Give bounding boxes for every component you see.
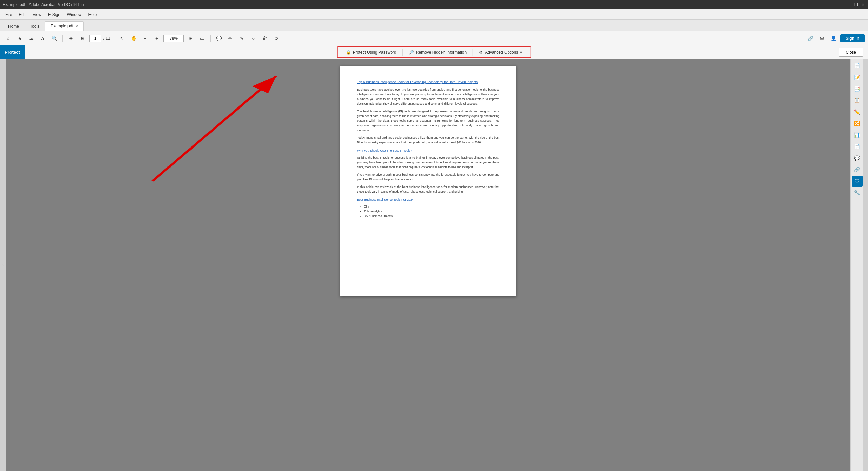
tab-example-pdf[interactable]: Example.pdf ✕ [45, 21, 84, 31]
right-sidebar: 📄 📝 📑 📋 ✏️ 🔀 📊 📄 💬 🔗 🛡 🔧 [850, 59, 863, 471]
advanced-options-button[interactable]: ⚙ Advanced Options ▾ [474, 48, 527, 56]
pen-button[interactable]: ✏ [225, 34, 235, 43]
sidebar-comment-icon[interactable]: 💬 [852, 153, 863, 163]
main-toolbar: ☆ ★ ☁ 🖨 🔍 ⊕ ⊕ 1 / 11 ↖ ✋ − + 78% ⊞ ▭ 💬 ✏… [0, 31, 868, 45]
menu-esign[interactable]: E-Sign [45, 11, 63, 18]
hidden-info-icon: 🔎 [409, 50, 414, 55]
print-button[interactable]: 🖨 [38, 34, 47, 43]
vertical-scrollbar[interactable] [863, 59, 868, 471]
menu-file[interactable]: File [3, 11, 15, 18]
menu-edit[interactable]: Edit [16, 11, 28, 18]
cursor-tool[interactable]: ↖ [117, 34, 127, 43]
title-bar: Example.pdf - Adobe Acrobat Pro DC (64-b… [0, 0, 868, 9]
fit-width-button[interactable]: ▭ [197, 34, 207, 43]
protect-close-button[interactable]: Close [839, 48, 863, 57]
tab-close-button[interactable]: ✕ [75, 24, 78, 28]
pdf-viewer[interactable]: Top 6 Business Intelligence Tools for Le… [6, 59, 850, 471]
list-item: Qlik [364, 204, 499, 209]
stamp-button[interactable]: ○ [249, 34, 258, 43]
prev-page-button[interactable]: ⊕ [66, 34, 76, 43]
next-page-button[interactable]: ⊕ [78, 34, 87, 43]
pdf-section2: Best Business Intelligence Tools For 202… [357, 197, 499, 202]
pdf-page: Top 6 Business Intelligence Tools for Le… [340, 66, 516, 296]
sidebar-export-pdf-icon[interactable]: 📄 [852, 60, 863, 71]
tab-active-label: Example.pdf [51, 24, 73, 28]
highlight-button[interactable]: ✎ [237, 34, 246, 43]
tab-bar: Home Tools Example.pdf ✕ [0, 20, 868, 31]
zoom-out-button[interactable]: − [140, 34, 150, 43]
sidebar-combine-icon[interactable]: 🔀 [852, 118, 863, 129]
pdf-section1: Why You Should Use The Best BI Tools? [357, 148, 499, 153]
zoom-input[interactable]: 78% [163, 35, 184, 42]
pdf-para6: In this article, we review six of the be… [357, 184, 499, 194]
pdf-para2: The best business intelligence (BI) tool… [357, 109, 499, 133]
left-panel-toggle[interactable]: › [0, 59, 6, 471]
tab-home[interactable]: Home [3, 22, 24, 31]
tab-tools[interactable]: Tools [24, 22, 45, 31]
protect-password-button[interactable]: 🔒 Protect Using Password [341, 48, 401, 56]
lock-icon: 🔒 [346, 50, 351, 55]
search-button[interactable]: 🔍 [50, 34, 59, 43]
bookmark-button[interactable]: ☆ [3, 34, 13, 43]
protect-label: Protect [0, 45, 25, 59]
main-area: › Top 6 Business Intelligence Tools for … [0, 59, 868, 471]
sidebar-edit-icon[interactable]: ✏️ [852, 106, 863, 117]
sidebar-export-icon2[interactable]: 📑 [852, 83, 863, 94]
page-number-input[interactable]: 1 [89, 35, 101, 42]
advanced-icon: ⚙ [479, 50, 483, 55]
menu-help[interactable]: Help [86, 11, 100, 18]
mail-button[interactable]: ✉ [817, 34, 827, 43]
toolbar-right: 🔗 ✉ 👤 Sign In [806, 34, 865, 43]
menu-bar: File Edit View E-Sign Window Help [0, 9, 868, 20]
pdf-para3: Today, many small and large scale busine… [357, 135, 499, 145]
zoom-in-button[interactable]: + [152, 34, 161, 43]
sidebar-green-icon[interactable]: 🔗 [852, 164, 863, 175]
pdf-para5: If you want to drive growth in your busi… [357, 172, 499, 182]
title-bar-text: Example.pdf - Adobe Acrobat Pro DC (64-b… [3, 2, 84, 7]
hand-tool[interactable]: ✋ [129, 34, 138, 43]
sidebar-export-icon3[interactable]: 📋 [852, 95, 863, 106]
cloud-button[interactable]: ☁ [26, 34, 36, 43]
list-item: SAP Business Objects [364, 214, 499, 218]
menu-view[interactable]: View [30, 11, 44, 18]
pdf-list: Qlik Zoho Analytics SAP Business Objects [364, 204, 499, 218]
close-window-button[interactable]: ✕ [861, 2, 865, 7]
protect-toolbar: Protect 🔒 Protect Using Password 🔎 Remov… [0, 45, 868, 59]
sidebar-protect-icon[interactable]: 🛡 [852, 176, 863, 187]
menu-window[interactable]: Window [64, 11, 84, 18]
link-button[interactable]: 🔗 [806, 34, 815, 43]
sign-in-button[interactable]: Sign In [840, 34, 865, 42]
svg-line-1 [153, 76, 276, 181]
minimize-button[interactable]: — [847, 2, 852, 7]
fit-page-button[interactable]: ⊞ [186, 34, 195, 43]
chevron-down-icon: ▾ [520, 50, 522, 55]
sidebar-yellow-icon[interactable]: 📄 [852, 141, 863, 152]
protect-actions-panel: 🔒 Protect Using Password 🔎 Remove Hidden… [337, 46, 531, 58]
account-button[interactable]: 👤 [829, 34, 838, 43]
remove-hidden-button[interactable]: 🔎 Remove Hidden Information [404, 48, 471, 56]
page-total: / 11 [103, 36, 110, 41]
pdf-para4: Utilizing the best BI tools for success … [357, 155, 499, 170]
list-item: Zoho Analytics [364, 209, 499, 214]
sidebar-tools-icon[interactable]: 🔧 [852, 187, 863, 198]
sidebar-excel-icon[interactable]: 📊 [852, 130, 863, 140]
restore-button[interactable]: ❐ [854, 2, 859, 7]
pdf-para1: Business tools have evolved over the las… [357, 87, 499, 106]
undo-button[interactable]: ↺ [272, 34, 281, 43]
pdf-main-title: Top 6 Business Intelligence Tools for Le… [357, 79, 499, 84]
star-button[interactable]: ★ [15, 34, 24, 43]
comment-button[interactable]: 💬 [214, 34, 223, 43]
delete-button[interactable]: 🗑 [260, 34, 270, 43]
sidebar-export-word-icon[interactable]: 📝 [852, 72, 863, 83]
